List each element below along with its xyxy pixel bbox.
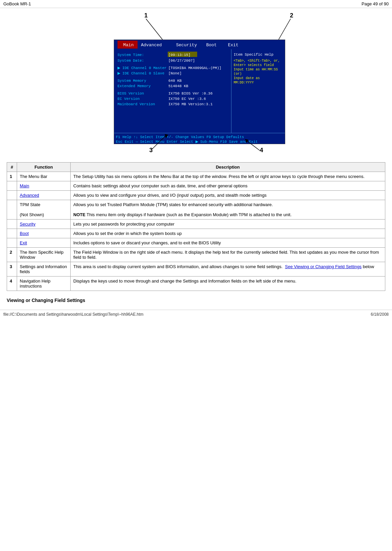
footer-date: 6/18/2008 (371, 312, 389, 317)
svg-text:[09:13:15]: [09:13:15] (168, 53, 190, 57)
svg-text:2: 2 (290, 12, 293, 19)
svg-text:Esc Exit  ↔  Select Menu  Ente: Esc Exit ↔ Select Menu Enter Select ▶ Su… (116, 140, 258, 144)
row-description: Lets you set passwords for protecting yo… (71, 220, 385, 229)
svg-marker-5 (275, 43, 279, 46)
row-num: 1 (7, 172, 17, 181)
table-row: 3 Settings and Information fields This a… (7, 262, 385, 277)
table-row: 4 Navigation Help instructions Displays … (7, 277, 385, 291)
svg-text:514048 KB: 514048 KB (168, 84, 188, 88)
svg-marker-49 (165, 134, 168, 138)
row-description: The Setup Utility has six menu options i… (71, 172, 385, 181)
data-table: # Function Description 1 The Menu Bar Th… (7, 162, 385, 291)
svg-text:Extended Memory: Extended Memory (117, 84, 151, 88)
row-function: TPM State(Not Shown) (17, 200, 71, 220)
exit-link[interactable]: Exit (20, 240, 27, 245)
main-content: 1 2 Main Advanced Security (0, 11, 392, 303)
svg-text:▶ IDE Channel 0 Slave: ▶ IDE Channel 0 Slave (117, 71, 164, 75)
row-function: Main (17, 181, 71, 191)
svg-rect-43 (114, 133, 285, 144)
table-row: TPM State(Not Shown) Allows you to set T… (7, 200, 385, 220)
row-description: The Field Help Window is on the right si… (71, 248, 385, 262)
svg-text:Item Specific Help: Item Specific Help (234, 53, 273, 57)
svg-text:[TOSHIBA MK4009GAL-(PM)]: [TOSHIBA MK4009GAL-(PM)] (168, 66, 221, 70)
table-row: Advanced Allows you to view and configur… (7, 191, 385, 200)
row-num (7, 238, 17, 248)
row-function: Boot (17, 229, 71, 238)
row-num: 3 (7, 262, 17, 277)
svg-text:Security: Security (176, 43, 197, 48)
row-num (7, 229, 17, 238)
svg-text:Exit: Exit (228, 43, 238, 48)
svg-text:MM:DD:YYYY: MM:DD:YYYY (234, 81, 254, 84)
row-num (7, 200, 17, 220)
svg-rect-7 (114, 40, 285, 49)
row-description: Allows you to view and configure your dr… (71, 191, 385, 200)
row-function: The Item Specific Help Window (17, 248, 71, 262)
row-num (7, 181, 17, 191)
svg-text:3: 3 (149, 147, 153, 154)
svg-text:Advanced: Advanced (141, 43, 162, 48)
svg-text:[06/27/2007]: [06/27/2007] (168, 59, 195, 63)
note-label: NOTE (73, 212, 85, 217)
table-row: Main Contains basic settings about your … (7, 181, 385, 191)
row-description: Displays the keys used to move through a… (71, 277, 385, 291)
svg-text:Mainboard Version: Mainboard Version (117, 102, 155, 106)
row-description: Allows you to set Trusted Platform Modul… (71, 200, 385, 220)
boot-link[interactable]: Boot (20, 231, 29, 236)
row-num (7, 191, 17, 200)
footer-path: file://C:\Documents and Settings\harwood… (3, 312, 144, 317)
svg-text:System Date:: System Date: (117, 59, 144, 63)
row-description: Includes options to save or discard your… (71, 238, 385, 248)
table-row: 2 The Item Specific Help Window The Fiel… (7, 248, 385, 262)
advanced-link[interactable]: Advanced (20, 193, 39, 198)
table-row: Boot Allows you to set the order in whic… (7, 229, 385, 238)
row-function: Security (17, 220, 71, 229)
svg-text:F1  Help  ↑↓ Select Item  +/- : F1 Help ↑↓ Select Item +/- Change Values… (116, 135, 244, 139)
col-header-function: Function (17, 163, 71, 172)
svg-text:<Tab>, <Shift-Tab>, or,: <Tab>, <Shift-Tab>, or, (234, 59, 280, 63)
page-header: GoBook MR-1 Page 49 of 90 (0, 0, 392, 8)
svg-text:Input date as: Input date as (234, 76, 260, 80)
page-footer: file://C:\Documents and Settings\harwood… (0, 310, 392, 319)
svg-text:4: 4 (260, 147, 263, 154)
svg-marker-2 (165, 44, 169, 48)
page-title: GoBook MR-1 (3, 1, 31, 6)
svg-rect-25 (168, 52, 197, 57)
arrow-overlay: 1 2 Main Advanced Security (79, 11, 313, 156)
bios-screenshot-container: 1 2 Main Advanced Security (7, 11, 385, 156)
svg-text:[None]: [None] (168, 71, 182, 75)
col-header-description: Description (71, 163, 385, 172)
row-function: Navigation Help instructions (17, 277, 71, 291)
svg-text:▶ IDE Channel 0 Master: ▶ IDE Channel 0 Master (117, 66, 167, 70)
row-num (7, 220, 17, 229)
col-header-num: # (7, 163, 17, 172)
svg-text:Main: Main (123, 43, 134, 48)
table-row: Exit Includes options to save or discard… (7, 238, 385, 248)
svg-text:Enter> selects field: Enter> selects field (234, 63, 274, 67)
table-row: 1 The Menu Bar The Setup Utility has six… (7, 172, 385, 181)
viewing-link[interactable]: See Viewing or Changing Field Settings (285, 264, 362, 269)
row-description: This area is used to display current sys… (71, 262, 385, 277)
svg-text:Input time as HH:MM:SS: Input time as HH:MM:SS (234, 68, 278, 71)
svg-line-1 (146, 19, 167, 45)
svg-line-4 (277, 19, 291, 43)
svg-line-48 (151, 135, 166, 150)
table-row: Security Lets you set passwords for prot… (7, 220, 385, 229)
bios-image-area: 1 2 Main Advanced Security (79, 11, 313, 156)
svg-rect-15 (231, 49, 285, 133)
svg-text:1: 1 (144, 12, 148, 19)
svg-text:IX750 MB Version:3.1: IX750 MB Version:3.1 (168, 102, 213, 106)
security-link[interactable]: Security (20, 222, 35, 227)
svg-rect-14 (114, 49, 231, 133)
table-header-row: # Function Description (7, 163, 385, 172)
svg-line-51 (246, 140, 260, 150)
main-link[interactable]: Main (20, 183, 29, 188)
svg-text:BIOS Version: BIOS Version (117, 91, 144, 96)
svg-text:Boot: Boot (206, 43, 217, 48)
svg-text:EC Version: EC Version (117, 97, 140, 101)
svg-rect-8 (117, 41, 138, 49)
svg-text:System Memory: System Memory (117, 79, 146, 83)
svg-text:System Time:: System Time: (117, 53, 144, 57)
section-heading: Viewing or Changing Field Settings (7, 298, 385, 303)
svg-text:IX750 EC Ver :3.6: IX750 EC Ver :3.6 (168, 97, 206, 101)
